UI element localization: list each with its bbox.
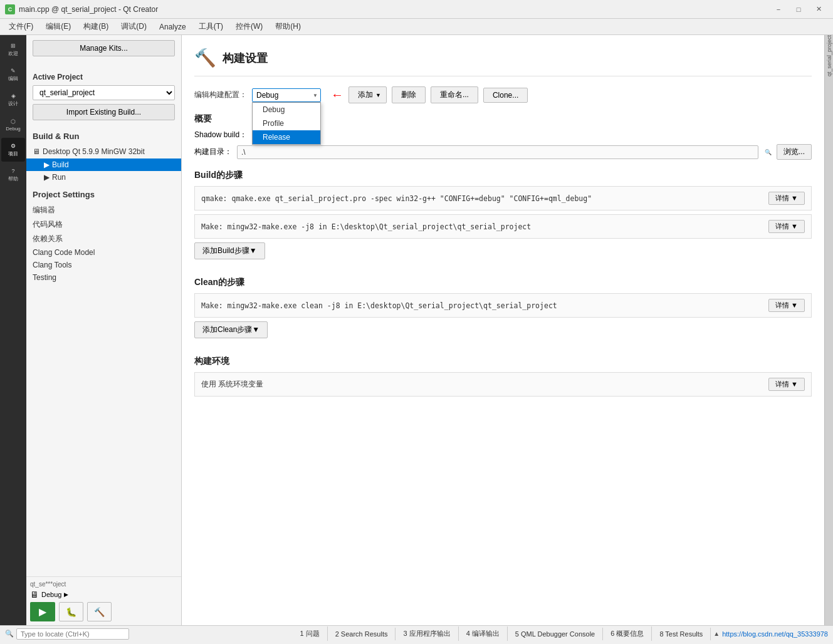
config-dropdown[interactable]: Debug ▼ bbox=[252, 88, 321, 102]
status-tab-issues[interactable]: 1 问题 bbox=[292, 626, 327, 641]
status-tab-summary[interactable]: 6 概要信息 bbox=[603, 626, 652, 641]
active-project-title: Active Project bbox=[33, 73, 175, 81]
bottom-kit-name: Debug bbox=[41, 591, 61, 598]
build-dir-input[interactable] bbox=[237, 145, 758, 159]
sidebar-icon-strip: ⊞ 欢迎 ✎ 编辑 ◈ 设计 ⬡ Debug ⚙ 项目 ? 帮助 bbox=[0, 35, 26, 625]
build-run-title: Build & Run bbox=[26, 125, 181, 145]
option-release[interactable]: Release bbox=[253, 130, 320, 144]
qmake-detail-button[interactable]: 详情 ▼ bbox=[768, 192, 805, 205]
kit-header[interactable]: 🖥 Desktop Qt 5.9.9 MinGW 32bit bbox=[26, 145, 181, 158]
help-label: 帮助 bbox=[8, 175, 18, 182]
build-arrow-icon: ▶ bbox=[44, 160, 50, 169]
welcome-label: 欢迎 bbox=[8, 50, 18, 57]
config-label: 编辑构建配置： bbox=[194, 90, 247, 100]
settings-editor[interactable]: 编辑器 bbox=[26, 203, 181, 217]
bottom-monitor-icon: 🖥 bbox=[30, 589, 39, 600]
menu-help[interactable]: 帮助(H) bbox=[269, 19, 307, 34]
statusbar: 🔍 1 问题 2 Search Results 3 应用程序输出 4 编译输出 … bbox=[0, 625, 833, 641]
rename-config-button[interactable]: 重命名... bbox=[431, 86, 478, 103]
build-sub-item[interactable]: ▶ Build bbox=[26, 158, 181, 171]
menubar: 文件(F) 编辑(E) 构建(B) 调试(D) Analyze 工具(T) 控件… bbox=[0, 19, 833, 35]
settings-clang-model[interactable]: Clang Code Model bbox=[26, 246, 181, 259]
config-dropdown-wrapper[interactable]: Debug ▼ Debug Profile Release bbox=[252, 88, 321, 102]
make-detail-button[interactable]: 详情 ▼ bbox=[768, 220, 805, 233]
search-magnifier-icon: 🔍 bbox=[5, 630, 14, 638]
window-title: main.cpp @ qt_serial_project - Qt Creato… bbox=[19, 5, 769, 14]
run-button[interactable]: ▶ bbox=[30, 602, 55, 621]
minimize-button[interactable]: − bbox=[769, 1, 788, 18]
sidebar-item-design[interactable]: ◈ 设计 bbox=[1, 88, 25, 112]
sidebar-item-edit[interactable]: ✎ 编辑 bbox=[1, 63, 25, 86]
run-label: Run bbox=[52, 173, 66, 182]
dir-icon: 🔍 bbox=[765, 149, 772, 155]
welcome-icon: ⊞ bbox=[11, 43, 16, 49]
menu-controls[interactable]: 控件(W) bbox=[229, 19, 269, 34]
build-dir-row: 构建目录： 🔍 浏览... bbox=[194, 144, 812, 160]
build-env-title: 构建环境 bbox=[194, 356, 812, 367]
sidebar-item-help[interactable]: ? 帮助 bbox=[1, 163, 25, 187]
active-project-section: Active Project qt_serial_project Import … bbox=[26, 68, 181, 125]
bottom-expand-icon: ▶ bbox=[64, 591, 68, 598]
menu-edit[interactable]: 编辑(E) bbox=[39, 19, 77, 34]
option-profile[interactable]: Profile bbox=[253, 117, 320, 130]
settings-codestyle[interactable]: 代码风格 bbox=[26, 217, 181, 232]
locate-input[interactable] bbox=[16, 628, 129, 640]
project-icon: ⚙ bbox=[11, 143, 16, 149]
status-tab-test[interactable]: 8 Test Results bbox=[652, 628, 711, 640]
build-steps-title: Build的步骤 bbox=[194, 170, 812, 181]
page-header: 🔨 构建设置 bbox=[194, 48, 812, 76]
config-dropdown-menu: Debug Profile Release bbox=[252, 102, 321, 145]
build-step-qmake: qmake: qmake.exe qt_serial_project.pro -… bbox=[194, 186, 812, 210]
close-button[interactable]: ✕ bbox=[809, 1, 828, 18]
config-current-value: Debug bbox=[256, 91, 278, 100]
run-arrow-icon: ▶ bbox=[44, 173, 50, 182]
status-url[interactable]: https://blog.csdn.net/qq_35333978 bbox=[722, 630, 828, 638]
clone-config-button[interactable]: Clone... bbox=[483, 88, 528, 103]
page-title: 构建设置 bbox=[223, 51, 268, 66]
window-controls: − □ ✕ bbox=[769, 1, 828, 18]
status-tab-appout[interactable]: 3 应用程序输出 bbox=[396, 626, 458, 641]
status-tab-search[interactable]: 2 Search Results bbox=[328, 628, 396, 640]
browse-button[interactable]: 浏览... bbox=[777, 144, 812, 160]
status-tab-qml[interactable]: 5 QML Debugger Console bbox=[508, 628, 603, 640]
sidebar-item-project[interactable]: ⚙ 项目 bbox=[1, 138, 25, 162]
option-debug[interactable]: Debug bbox=[253, 103, 320, 117]
delete-config-button[interactable]: 删除 bbox=[392, 86, 426, 103]
status-arrow-up[interactable]: ▲ bbox=[711, 630, 722, 637]
settings-testing[interactable]: Testing bbox=[26, 271, 181, 284]
build-step-qmake-text: qmake: qmake.exe qt_serial_project.pro -… bbox=[201, 194, 592, 203]
import-build-button[interactable]: Import Existing Build... bbox=[33, 104, 175, 120]
menu-analyze[interactable]: Analyze bbox=[153, 20, 192, 34]
add-config-button[interactable]: 添加 ▼ bbox=[348, 86, 387, 103]
debug-label: Debug bbox=[6, 126, 21, 132]
sidebar-item-debug[interactable]: ⬡ Debug bbox=[1, 113, 25, 137]
project-select[interactable]: qt_serial_project bbox=[33, 85, 175, 100]
settings-deps[interactable]: 依赖关系 bbox=[26, 232, 181, 246]
settings-clang-tools[interactable]: Clang Tools bbox=[26, 259, 181, 271]
maximize-button[interactable]: □ bbox=[789, 1, 808, 18]
menu-tools[interactable]: 工具(T) bbox=[192, 19, 229, 34]
bottom-project-label: qt_se***oject bbox=[30, 581, 177, 588]
add-build-step-button[interactable]: 添加Build步骤▼ bbox=[194, 242, 265, 259]
manage-kits-button[interactable]: Manage Kits... bbox=[33, 40, 175, 56]
dir-label: 构建目录： bbox=[194, 147, 232, 157]
build-step-make-text: Make: mingw32-make.exe -j8 in E:\desktop… bbox=[201, 222, 531, 231]
hammer-icon: 🔨 bbox=[194, 48, 216, 68]
add-label: 添加 bbox=[358, 90, 373, 100]
menu-debug[interactable]: 调试(D) bbox=[115, 19, 153, 34]
debug-run-button[interactable]: 🐛 bbox=[59, 602, 83, 621]
env-detail-button[interactable]: 详情 ▼ bbox=[768, 378, 805, 391]
outer-strip-label: qt_serial_project bbox=[826, 35, 832, 83]
kit-name-label: Desktop Qt 5.9.9 MinGW 32bit bbox=[43, 147, 145, 156]
add-clean-step-button[interactable]: 添加Clean步骤▼ bbox=[194, 321, 268, 338]
build-only-button[interactable]: 🔨 bbox=[87, 602, 112, 621]
menu-build[interactable]: 构建(B) bbox=[77, 19, 115, 34]
design-icon: ◈ bbox=[11, 93, 16, 99]
run-sub-item[interactable]: ▶ Run bbox=[26, 171, 181, 184]
manage-kits-section: Manage Kits... bbox=[26, 35, 181, 68]
edit-label: 编辑 bbox=[8, 75, 18, 82]
status-tab-compout[interactable]: 4 编译输出 bbox=[459, 626, 508, 641]
clean-make-detail-button[interactable]: 详情 ▼ bbox=[768, 299, 805, 312]
menu-file[interactable]: 文件(F) bbox=[3, 19, 39, 34]
sidebar-item-welcome[interactable]: ⊞ 欢迎 bbox=[1, 38, 25, 61]
